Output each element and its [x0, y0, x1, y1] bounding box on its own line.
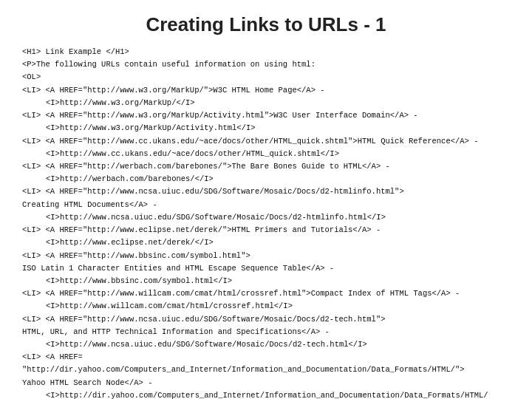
code-line: "http://dir.yahoo.com/Computers_and_Inte… [22, 364, 510, 375]
code-line: <I>http://www.eclipse.net/derek/</I> [22, 237, 510, 248]
code-line: <I>http://www.ncsa.uiuc.edu/SDG/Software… [22, 212, 510, 223]
slide-content: <H1> Link Example </H1><P>The following … [22, 47, 510, 399]
code-line: <LI> <A HREF= [22, 352, 510, 363]
code-line: <LI> <A HREF="http://www.cc.ukans.edu/~a… [22, 136, 510, 147]
code-line: <H1> Link Example </H1> [22, 47, 510, 58]
code-line: <I>http://werbach.com/barebones/</I> [22, 174, 510, 185]
code-line: <LI> <A HREF="http://www.ncsa.uiuc.edu/S… [22, 186, 510, 197]
code-line: ISO Latin 1 Character Entities and HTML … [22, 263, 510, 274]
code-line: <I>http://dir.yahoo.com/Computers_and_In… [22, 390, 510, 399]
code-line: <LI> <A HREF="http://www.w3.org/MarkUp/A… [22, 110, 510, 121]
code-line: Yahoo HTML Search Node</A> - [22, 378, 510, 389]
code-line: <LI> <A HREF="http://www.eclipse.net/der… [22, 225, 510, 236]
code-line: <LI> <A HREF="http://www.bbsinc.com/symb… [22, 250, 510, 262]
code-line: <LI> <A HREF="http://www.w3.org/MarkUp/"… [22, 85, 510, 96]
code-line: <P>The following URLs contain useful inf… [22, 59, 510, 70]
code-line: <I>http://www.ncsa.uiuc.edu/SDG/Software… [22, 339, 510, 350]
slide-page: Creating Links to URLs - 1 <H1> Link Exa… [0, 0, 532, 399]
code-line: <I>http://www.w3.org/MarkUp/</I> [22, 98, 510, 109]
code-line: <LI> <A HREF="http://www.willcam.com/cma… [22, 288, 510, 299]
code-line: <LI> <A HREF="http://werbach.com/barebon… [22, 161, 510, 172]
code-line: <I>http://www.w3.org/MarkUp/Activity.htm… [22, 123, 510, 134]
code-line: <I>http://www.bbsinc.com/symbol.html</I> [22, 276, 510, 287]
slide-title: Creating Links to URLs - 1 [22, 13, 510, 36]
code-line: <I>http://www.cc.ukans.edu/~ace/docs/oth… [22, 149, 510, 160]
code-line: <OL> [22, 72, 510, 83]
code-line: HTML, URL, and HTTP Technical Informatio… [22, 327, 510, 338]
code-line: <I>http://www.willcam.com/cmat/html/cros… [22, 301, 510, 312]
code-line: Creating HTML Documents</A> - [22, 200, 510, 211]
code-line: <LI> <A HREF="http://www.ncsa.uiuc.edu/S… [22, 314, 510, 325]
